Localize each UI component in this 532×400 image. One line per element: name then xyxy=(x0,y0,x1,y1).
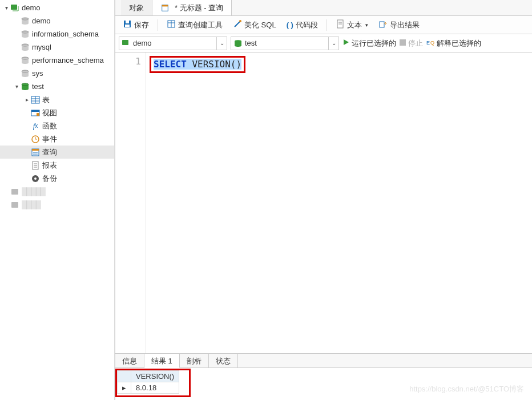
tree-db-information-schema[interactable]: information_schema xyxy=(0,27,114,41)
query-icon xyxy=(31,148,40,157)
tree-label: information_schema xyxy=(32,30,99,38)
svg-rect-19 xyxy=(37,113,39,116)
tree-label: performance_schema xyxy=(32,56,104,64)
tree-reports[interactable]: 报表 xyxy=(0,159,114,172)
event-icon xyxy=(31,135,40,144)
svg-text:E: E xyxy=(426,40,430,46)
editor-tabs: 对象 * 无标题 - 查询 xyxy=(115,0,532,16)
text-button[interactable]: 文本▾ xyxy=(332,17,372,33)
tree-label: ████ xyxy=(22,200,41,209)
database-icon xyxy=(21,30,30,39)
run-selected-button[interactable]: 运行已选择的 xyxy=(342,38,396,49)
svg-rect-34 xyxy=(11,202,18,208)
dropdown-icon: ▾ xyxy=(365,22,368,28)
stop-icon xyxy=(400,39,406,47)
sql-editor[interactable]: 1 SELECT VERSION() xyxy=(115,52,532,353)
text-icon xyxy=(336,19,345,30)
tree-db-demo[interactable]: demo xyxy=(0,14,114,27)
database-selector[interactable]: test ⌄ xyxy=(231,37,339,50)
tree-tables[interactable]: ▸表 xyxy=(0,93,114,106)
tree-label: mysql xyxy=(32,43,51,51)
divider xyxy=(158,19,158,31)
connection-icon xyxy=(122,39,131,48)
tab-profile[interactable]: 剖析 xyxy=(180,354,209,367)
tab-info[interactable]: 信息 xyxy=(115,354,144,367)
explain-icon: EQ xyxy=(426,38,434,48)
play-icon xyxy=(342,39,349,47)
svg-rect-24 xyxy=(32,149,39,151)
result-grid: VERSION() ▸8.0.18 xyxy=(115,368,532,400)
table-icon xyxy=(31,95,40,104)
column-header[interactable]: VERSION() xyxy=(131,371,179,382)
export-icon xyxy=(378,19,388,30)
chevron-down-icon: ▾ xyxy=(2,5,10,11)
svg-rect-51 xyxy=(400,39,406,46)
result-tabs: 信息 结果 1 剖析 状态 xyxy=(115,353,532,368)
tab-status[interactable]: 状态 xyxy=(209,354,238,367)
tree-label: 事件 xyxy=(42,134,57,144)
svg-text:Q: Q xyxy=(430,40,434,46)
tree-functions[interactable]: fx函数 xyxy=(0,119,114,132)
toolbar: 保存 查询创建工具 美化 SQL ( )代码段 文本▾ 导出结果 xyxy=(115,16,532,34)
view-icon xyxy=(31,108,40,118)
tree-label: 查询 xyxy=(42,147,57,157)
tree-db-test[interactable]: ▾test xyxy=(0,80,114,93)
tree-db-sys[interactable]: sys xyxy=(0,67,114,80)
tree-db-performance-schema[interactable]: performance_schema xyxy=(0,54,114,67)
combo-value: demo xyxy=(133,39,216,47)
combo-value: test xyxy=(245,39,328,47)
query-builder-button[interactable]: 查询创建工具 xyxy=(163,17,227,33)
tree-label: demo xyxy=(22,3,41,12)
svg-rect-39 xyxy=(125,25,130,27)
divider xyxy=(327,19,327,31)
report-icon xyxy=(31,161,40,170)
svg-rect-33 xyxy=(11,189,18,195)
tab-query[interactable]: * 无标题 - 查询 xyxy=(152,0,232,15)
tree-label: 报表 xyxy=(42,160,57,171)
tab-label: 对象 xyxy=(129,3,144,13)
connection-icon xyxy=(10,3,19,13)
snippet-button[interactable]: ( )代码段 xyxy=(283,18,322,33)
line-gutter: 1 xyxy=(115,52,146,353)
chevron-down-icon: ▾ xyxy=(13,83,21,90)
tree-connection-blurred-1[interactable]: █████ xyxy=(0,185,114,198)
svg-rect-18 xyxy=(31,110,39,112)
tree-events[interactable]: 事件 xyxy=(0,132,114,146)
tree-connection-demo[interactable]: ▾ demo xyxy=(0,1,114,14)
database-icon xyxy=(21,17,30,26)
connection-selector[interactable]: demo ⌄ xyxy=(119,37,227,50)
tree-label: sys xyxy=(32,69,43,78)
svg-rect-38 xyxy=(126,21,129,23)
save-button[interactable]: 保存 xyxy=(119,17,153,33)
tree-views[interactable]: 视图 xyxy=(0,106,114,119)
tab-objects[interactable]: 对象 xyxy=(121,0,152,15)
database-icon xyxy=(233,39,243,48)
svg-rect-48 xyxy=(380,22,384,27)
svg-point-44 xyxy=(239,20,241,22)
beautify-sql-button[interactable]: 美化 SQL xyxy=(229,17,280,33)
chevron-right-icon: ▸ xyxy=(23,96,31,103)
row-indicator: ▸ xyxy=(118,382,131,394)
svg-rect-36 xyxy=(162,5,168,6)
result-table[interactable]: VERSION() ▸8.0.18 xyxy=(117,370,179,394)
tree-connection-blurred-2[interactable]: ████ xyxy=(0,198,114,211)
stop-button[interactable]: 停止 xyxy=(400,38,423,49)
tab-result-1[interactable]: 结果 1 xyxy=(144,354,180,368)
tree-queries[interactable]: 查询 xyxy=(0,146,114,159)
tree-label: █████ xyxy=(22,187,45,196)
svg-line-43 xyxy=(235,21,240,27)
sql-keyword: SELECT xyxy=(154,59,187,70)
svg-rect-49 xyxy=(122,40,128,45)
svg-rect-0 xyxy=(11,5,17,10)
explain-button[interactable]: EQ解释已选择的 xyxy=(426,38,481,49)
tree-backups[interactable]: 备份 xyxy=(0,172,114,185)
query-icon xyxy=(160,3,170,13)
backup-icon xyxy=(31,174,40,183)
export-button[interactable]: 导出结果 xyxy=(374,17,424,33)
tree-label: 表 xyxy=(42,95,50,105)
tree-db-mysql[interactable]: mysql xyxy=(0,41,114,54)
tree-label: 函数 xyxy=(42,121,57,131)
tab-label: * 无标题 - 查询 xyxy=(175,3,223,13)
sql-text: VERSION() xyxy=(187,59,241,70)
cell-value[interactable]: 8.0.18 xyxy=(131,382,179,394)
